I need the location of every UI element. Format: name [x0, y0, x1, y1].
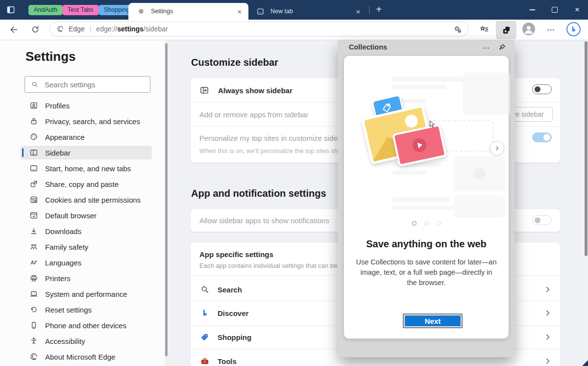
nav-scrollbar[interactable] [165, 40, 168, 366]
edge-logo-icon [29, 352, 38, 361]
always-show-sidebar-toggle[interactable] [532, 84, 552, 94]
pin-icon[interactable] [497, 43, 507, 52]
app-row-label: Shopping [218, 333, 251, 341]
app-row-label: Tools [218, 357, 237, 366]
chevron-right-icon [544, 333, 552, 341]
search-icon [31, 80, 39, 88]
popup-heading: Save anything on the web [344, 238, 509, 250]
printer-icon [29, 274, 38, 283]
sidebar-item-cookies[interactable]: Cookies and site permissions [21, 193, 152, 207]
always-show-sidebar-icon [199, 85, 209, 95]
collections-icon [501, 25, 512, 35]
favorites-icon[interactable] [479, 25, 490, 35]
sidebar-item-phone-devices[interactable]: Phone and other devices [21, 318, 152, 332]
workspaces-icon[interactable] [6, 5, 16, 15]
nav-item-label: Reset settings [45, 306, 92, 314]
carousel-next-button[interactable] [490, 141, 504, 156]
photo-sun-shape [404, 113, 419, 129]
collections-intro-card: Save anything on the web Use Collections… [344, 56, 509, 339]
search-settings-box[interactable] [24, 76, 150, 93]
close-window-button[interactable]: × [566, 0, 588, 20]
minimize-icon [530, 9, 535, 10]
tab-title: Settings [151, 8, 235, 15]
popup-more-icon[interactable] [482, 44, 490, 52]
bing-chat-button[interactable] [566, 22, 581, 36]
edge-logo-icon [56, 25, 64, 33]
sidebar-item-system[interactable]: System and performance [21, 287, 152, 301]
tab-new-tab[interactable]: New tab × [249, 3, 367, 20]
browser-window: AndAuth Test Tabs Shopping Settings × Ne… [0, 0, 588, 366]
search-app-icon [200, 285, 210, 294]
people-icon [29, 242, 38, 251]
search-input[interactable] [44, 80, 150, 89]
next-button[interactable]: Next [403, 314, 463, 328]
profiles-icon [29, 101, 38, 110]
nav-item-list: Profiles Privacy, search, and services A… [21, 99, 152, 366]
personalize-top-sites-label: Personalize my top sites in customize si… [199, 134, 348, 142]
app-specific-title: App specific settings [199, 250, 273, 259]
main-scrollbar[interactable] [584, 40, 588, 366]
address-bar[interactable]: Edge | edge:// settings /sidebar [49, 22, 468, 36]
add-favorite-icon[interactable] [453, 25, 462, 34]
collections-button[interactable] [496, 21, 516, 39]
profile-avatar[interactable] [522, 23, 535, 35]
next-button-label: Next [425, 317, 441, 325]
main-scrollbar-thumb[interactable] [585, 41, 588, 256]
refresh-icon[interactable] [30, 25, 40, 34]
sidebar-item-privacy[interactable]: Privacy, search, and services [21, 114, 152, 128]
tab-settings[interactable]: Settings × [128, 3, 248, 20]
laptop-icon [29, 289, 38, 298]
close-icon: × [575, 5, 580, 15]
popup-title: Collections [349, 43, 387, 51]
discover-app-icon [200, 308, 210, 318]
nav-item-label: Languages [45, 259, 81, 267]
tab-group-test-tabs[interactable]: Test Tabs [62, 5, 99, 15]
close-tab-icon[interactable]: × [353, 7, 363, 16]
tab-divider [369, 6, 369, 14]
chevron-right-icon [544, 309, 552, 317]
maximize-button[interactable] [544, 0, 565, 20]
close-tab-icon[interactable]: × [235, 7, 245, 16]
back-icon[interactable] [9, 25, 19, 35]
allow-notifications-label: Allow sidebar apps to show notifications [199, 216, 329, 225]
mouse-cursor-icon [428, 120, 437, 129]
personalize-top-sites-subtext: When this is on, we'll personalize the t… [199, 147, 349, 155]
carousel-dot-3[interactable] [437, 221, 441, 226]
sidebar-item-about-edge[interactable]: About Microsoft Edge [21, 350, 152, 364]
tab-group-label: AndAuth [34, 6, 57, 13]
allow-notifications-toggle[interactable] [532, 215, 552, 225]
sidebar-item-share-copy-paste[interactable]: Share, copy and paste [21, 177, 152, 191]
settings-menu-icon[interactable] [546, 25, 556, 35]
app-row-label: Search [218, 286, 242, 294]
nav-scrollbar-thumb[interactable] [165, 43, 168, 356]
tab-group-andauth[interactable]: AndAuth [28, 5, 63, 15]
nav-item-label: Printers [45, 274, 71, 283]
bing-icon [569, 25, 578, 33]
sidebar-item-sidebar[interactable]: Sidebar [21, 146, 152, 159]
minimize-button[interactable] [521, 0, 543, 20]
share-icon [29, 180, 38, 188]
sidebar-item-downloads[interactable]: Downloads [21, 224, 152, 238]
sidebar-item-appearance[interactable]: Appearance [21, 130, 152, 144]
sidebar-item-languages[interactable]: Languages [21, 256, 152, 269]
nav-item-label: Sidebar [45, 149, 71, 157]
section-title-customize-sidebar: Customize sidebar [191, 57, 278, 68]
new-tab-button[interactable]: + [372, 3, 385, 16]
sidebar-item-accessibility[interactable]: Accessibility [21, 334, 152, 348]
sidebar-item-reset[interactable]: Reset settings [21, 303, 152, 316]
sidebar-item-start-home-tabs[interactable]: Start, home, and new tabs [21, 161, 152, 175]
sidebar-item-printers[interactable]: Printers [21, 271, 152, 285]
carousel-dot-2[interactable] [424, 221, 429, 226]
sidebar-item-family-safety[interactable]: Family safety [21, 240, 152, 254]
sidebar-item-profiles[interactable]: Profiles [21, 99, 152, 112]
browser-toolbar: Edge | edge:// settings /sidebar [0, 20, 588, 40]
carousel-dot-1[interactable] [412, 221, 416, 226]
chevron-right-icon [544, 286, 552, 293]
personalize-top-sites-toggle[interactable] [532, 132, 552, 142]
play-icon [417, 142, 423, 149]
sidebar-item-default-browser[interactable]: Default browser [21, 209, 152, 222]
nav-item-label: Downloads [45, 227, 81, 235]
person-icon [522, 23, 535, 35]
carousel-dots[interactable] [344, 219, 509, 228]
phone-icon [29, 321, 38, 330]
